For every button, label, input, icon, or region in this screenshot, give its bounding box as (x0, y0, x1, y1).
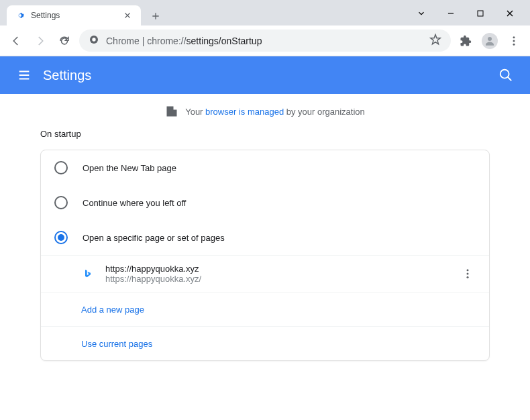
radio-option-continue[interactable]: Continue where you left off (41, 185, 489, 220)
radio-option-specific[interactable]: Open a specific page or set of pages (41, 220, 489, 255)
extensions-icon[interactable] (456, 32, 475, 50)
svg-point-2 (92, 38, 95, 41)
bookmark-star-icon[interactable] (429, 34, 441, 48)
building-icon (165, 105, 178, 118)
toolbar-icons (456, 32, 523, 50)
startup-card: Open the New Tab page Continue where you… (40, 150, 490, 361)
tab-title: Settings (31, 11, 60, 20)
section-title: On startup (40, 129, 490, 139)
radio-label: Open a specific page or set of pages (83, 233, 225, 243)
radio-icon-selected (54, 231, 68, 244)
svg-point-10 (467, 276, 469, 278)
page-entry-url: https://happyquokka.xyz/ (105, 274, 449, 284)
startup-page-row: https://happyquokka.xyz https://happyquo… (41, 255, 489, 292)
svg-point-3 (488, 37, 492, 41)
maximize-button[interactable] (470, 5, 491, 21)
tab-close-button[interactable] (122, 10, 133, 21)
new-tab-button[interactable] (146, 7, 165, 25)
page-title: Settings (43, 68, 91, 83)
svg-point-4 (513, 36, 515, 38)
minimize-button[interactable] (440, 5, 462, 21)
forward-button[interactable] (31, 32, 50, 50)
radio-icon (54, 161, 68, 174)
search-button[interactable] (492, 62, 519, 89)
menu-icon[interactable] (505, 32, 523, 50)
add-page-row: Add a new page (41, 292, 489, 326)
content-area: On startup Open the New Tab page Continu… (0, 129, 530, 361)
radio-option-new-tab[interactable]: Open the New Tab page (41, 150, 489, 185)
titlebar: Settings (0, 0, 530, 25)
back-button[interactable] (7, 32, 25, 50)
svg-point-6 (513, 43, 515, 45)
gear-icon (15, 10, 25, 21)
close-button[interactable] (499, 5, 521, 21)
reload-button[interactable] (55, 32, 74, 50)
radio-label: Continue where you left off (83, 198, 186, 208)
svg-point-8 (467, 269, 469, 271)
svg-point-5 (513, 40, 515, 42)
chrome-icon (89, 34, 99, 47)
page-entry-title: https://happyquokka.xyz (105, 264, 449, 274)
page-info: https://happyquokka.xyz https://happyquo… (105, 264, 449, 284)
radio-icon (54, 196, 68, 209)
bing-favicon-icon (81, 267, 95, 280)
settings-header: Settings (0, 56, 530, 94)
browser-managed-link[interactable]: browser is managed (205, 107, 284, 117)
tab-settings[interactable]: Settings (7, 5, 141, 25)
radio-label: Open the New Tab page (83, 163, 176, 173)
svg-point-7 (500, 70, 509, 78)
page-more-menu[interactable] (460, 266, 476, 282)
window-controls (411, 0, 530, 21)
omnibox-text: Chrome | chrome://settings/onStartup (106, 36, 262, 46)
managed-banner: Your browser is managed by your organiza… (0, 94, 530, 129)
profile-avatar[interactable] (480, 32, 499, 50)
svg-rect-0 (478, 11, 483, 16)
omnibox[interactable]: Chrome | chrome://settings/onStartup (79, 30, 451, 52)
chevron-down-icon[interactable] (411, 5, 432, 21)
tabs-area: Settings (0, 0, 165, 25)
use-current-pages-link[interactable]: Use current pages (81, 339, 152, 349)
hamburger-menu-button[interactable] (11, 62, 38, 89)
add-new-page-link[interactable]: Add a new page (81, 305, 144, 315)
addressbar: Chrome | chrome://settings/onStartup (0, 25, 530, 56)
banner-text: Your browser is managed by your organiza… (185, 107, 365, 117)
use-current-row: Use current pages (41, 326, 489, 360)
svg-point-9 (467, 273, 469, 275)
